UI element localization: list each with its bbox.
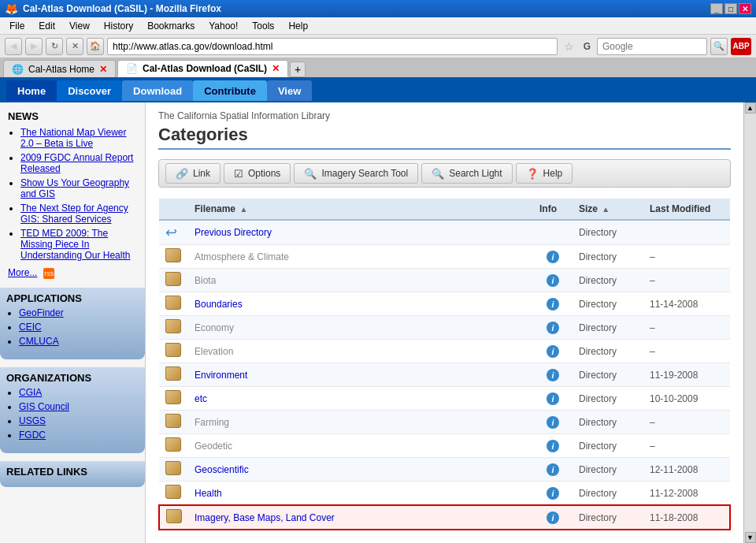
info-icon[interactable]: i — [547, 322, 559, 334]
info-icon[interactable]: i — [547, 487, 559, 500]
filename-link[interactable]: Health — [195, 488, 222, 499]
scrollbar[interactable]: ▲ ▼ — [743, 102, 756, 543]
url-input[interactable] — [107, 38, 558, 55]
filename-link[interactable]: Environment — [195, 370, 247, 381]
tab-calatlas-home[interactable]: 🌐 Cal-Atlas Home ✕ — [3, 60, 116, 77]
app-ceic-link[interactable]: CEIC — [19, 322, 42, 333]
info-icon[interactable]: i — [547, 392, 559, 405]
row-info[interactable]: i — [533, 505, 573, 530]
org-fgdc-link[interactable]: FGDC — [19, 430, 46, 441]
org-cgia-link[interactable]: CGIA — [19, 387, 42, 398]
new-tab-button[interactable]: + — [290, 61, 306, 77]
info-icon[interactable]: i — [547, 274, 559, 287]
nav-contribute-button[interactable]: Contribute — [193, 80, 267, 101]
menu-file[interactable]: File — [3, 19, 31, 33]
row-filename[interactable]: Environment — [188, 363, 533, 387]
options-button[interactable]: ☑ Options — [224, 163, 291, 184]
row-filename: Farming — [188, 411, 533, 434]
news-link-1[interactable]: The National Map Viewer 2.0 – Beta is Li… — [20, 127, 127, 149]
minimize-button[interactable]: _ — [710, 3, 723, 14]
back-arrow-icon[interactable]: ↩ — [165, 225, 177, 240]
menu-help[interactable]: Help — [282, 19, 314, 33]
menu-history[interactable]: History — [98, 19, 139, 33]
row-info[interactable]: i — [533, 363, 573, 387]
maximize-button[interactable]: □ — [724, 3, 737, 14]
info-icon[interactable]: i — [547, 251, 559, 263]
menu-tools[interactable]: Tools — [246, 19, 280, 33]
filename-link[interactable]: Previous Directory — [195, 227, 272, 238]
menu-yahoo[interactable]: Yahoo! — [202, 19, 244, 33]
col-filename-header[interactable]: Filename ▲ — [188, 199, 533, 220]
tab-calatlas-download[interactable]: 📄 Cal-Atlas Download (CaSIL) ✕ — [117, 60, 288, 77]
news-link-2[interactable]: 2009 FGDC Annual Report Released — [20, 152, 133, 174]
nav-download-button[interactable]: Download — [122, 80, 193, 101]
nav-discover-button[interactable]: Discover — [57, 80, 122, 101]
row-info[interactable]: i — [533, 387, 573, 411]
news-link-4[interactable]: The Next Step for Agency GIS: Shared Ser… — [20, 203, 128, 225]
row-filename[interactable]: Health — [188, 482, 533, 506]
row-filename[interactable]: Previous Directory — [188, 220, 533, 245]
row-info[interactable]: i — [533, 458, 573, 482]
filename-link[interactable]: Imagery, Base Maps, Land Cover — [195, 512, 335, 523]
org-usgs-link[interactable]: USGS — [19, 415, 46, 426]
back-button[interactable]: ◀ — [5, 38, 22, 55]
home-nav-button[interactable]: 🏠 — [87, 38, 104, 55]
filename-link[interactable]: etc — [195, 393, 207, 404]
stop-button[interactable]: ✕ — [66, 38, 83, 55]
col-size-header[interactable]: Size ▲ — [573, 199, 643, 220]
tab-close-active-icon[interactable]: ✕ — [272, 63, 280, 74]
search-button[interactable]: 🔍 — [710, 38, 728, 55]
forward-button[interactable]: ▶ — [25, 38, 43, 55]
app-cmluca-link[interactable]: CMLUCA — [19, 336, 59, 347]
org-giscouncil-link[interactable]: GIS Council — [19, 401, 69, 412]
adblock-button[interactable]: ABP — [731, 38, 751, 55]
list-item: GeoFinder — [19, 307, 139, 318]
row-filename[interactable]: Boundaries — [188, 292, 533, 316]
searchlight-button[interactable]: 🔍 Search Light — [421, 163, 512, 184]
tab-close-icon[interactable]: ✕ — [99, 64, 107, 75]
row-info[interactable]: i — [533, 316, 573, 340]
row-info[interactable]: i — [533, 269, 573, 292]
row-info[interactable]: i — [533, 411, 573, 434]
row-info[interactable]: i — [533, 245, 573, 269]
news-link-5[interactable]: TED MED 2009: The Missing Piece In Under… — [20, 228, 130, 261]
info-icon[interactable]: i — [547, 440, 559, 452]
bookmark-star-icon[interactable]: ☆ — [561, 40, 577, 53]
row-info[interactable]: i — [533, 340, 573, 363]
filename-link[interactable]: Geoscientific — [195, 464, 249, 475]
list-item: CEIC — [19, 322, 139, 333]
scroll-down-button[interactable]: ▼ — [745, 532, 756, 543]
refresh-button[interactable]: ↻ — [46, 38, 63, 55]
more-news-link[interactable]: More... — [8, 267, 37, 278]
scroll-up-button[interactable]: ▲ — [745, 102, 756, 113]
search-input[interactable] — [597, 38, 707, 55]
nav-home-button[interactable]: Home — [6, 80, 57, 101]
info-icon[interactable]: i — [547, 345, 559, 358]
info-icon[interactable]: i — [547, 511, 559, 524]
row-size: Directory — [573, 340, 643, 363]
menu-view[interactable]: View — [63, 19, 96, 33]
filename-link[interactable]: Boundaries — [195, 299, 243, 310]
nav-view-button[interactable]: View — [267, 80, 312, 101]
size-col-label: Size — [579, 203, 598, 214]
menu-edit[interactable]: Edit — [32, 19, 61, 33]
info-icon[interactable]: i — [547, 369, 559, 381]
options-label: Options — [248, 168, 280, 179]
help-button[interactable]: ❓ Help — [516, 163, 573, 184]
row-info[interactable]: i — [533, 482, 573, 506]
imagery-search-button[interactable]: 🔍 Imagery Search Tool — [294, 163, 418, 184]
info-icon[interactable]: i — [547, 463, 559, 476]
menu-bookmarks[interactable]: Bookmarks — [141, 19, 201, 33]
row-info[interactable]: i — [533, 434, 573, 458]
close-button[interactable]: ✕ — [739, 3, 751, 14]
row-info[interactable]: i — [533, 292, 573, 316]
info-icon[interactable]: i — [547, 298, 559, 311]
row-filename[interactable]: Geoscientific — [188, 458, 533, 482]
row-filename[interactable]: etc — [188, 387, 533, 411]
info-icon[interactable]: i — [547, 416, 559, 429]
news-link-3[interactable]: Show Us Your Geography and GIS — [20, 177, 129, 199]
link-button[interactable]: 🔗 Link — [165, 163, 220, 184]
row-filename[interactable]: Imagery, Base Maps, Land Cover — [188, 505, 533, 530]
rss-icon[interactable]: rss — [43, 268, 54, 279]
app-geofinder-link[interactable]: GeoFinder — [19, 307, 64, 318]
